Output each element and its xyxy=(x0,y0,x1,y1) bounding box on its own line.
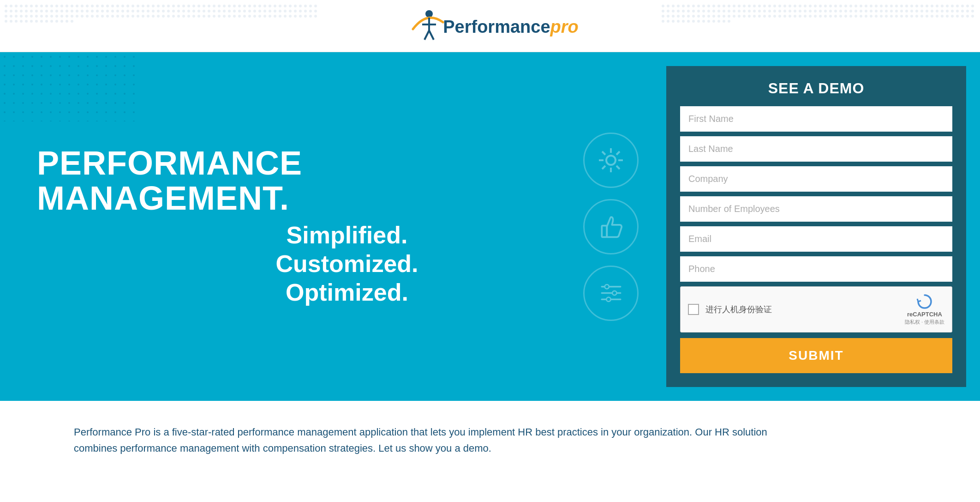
last-name-field xyxy=(680,136,952,162)
logo-brand2: pro xyxy=(550,17,579,36)
hero-title-line2: MANAGEMENT. xyxy=(37,180,289,217)
svg-point-21 xyxy=(612,291,616,295)
form-title: SEE A DEMO xyxy=(680,80,952,97)
header: // generate dots inline Performancepro xyxy=(0,0,980,52)
captcha-right: reCAPTCHA 隐私权 · 使用条款 xyxy=(905,293,944,326)
logo: Performancepro xyxy=(401,8,579,45)
recaptcha-icon xyxy=(916,293,933,310)
company-input[interactable] xyxy=(680,166,952,192)
description-text: Performance Pro is a five-star-rated per… xyxy=(74,424,812,456)
header-dots-right xyxy=(657,0,980,52)
svg-line-12 xyxy=(602,151,605,155)
last-name-input[interactable] xyxy=(680,136,952,162)
company-field xyxy=(680,166,952,192)
phone-field xyxy=(680,256,952,282)
logo-brand: Performance xyxy=(443,17,550,36)
logo-text: Performancepro xyxy=(443,18,579,36)
email-field xyxy=(680,226,952,252)
hero-icon-group xyxy=(583,133,639,321)
first-name-field xyxy=(680,106,952,132)
hero-subtitle-line3: Optimized. xyxy=(46,278,648,307)
description-section: Performance Pro is a five-star-rated per… xyxy=(0,401,980,484)
svg-rect-16 xyxy=(602,226,607,237)
captcha-checkbox[interactable] xyxy=(688,304,699,315)
submit-button[interactable]: SUBMIT xyxy=(680,338,952,373)
employees-field xyxy=(680,196,952,222)
svg-point-20 xyxy=(604,284,609,289)
demo-form: SEE A DEMO 进行人机身 xyxy=(666,66,966,387)
hero-title-line1: PERFORMANCE xyxy=(37,145,302,181)
svg-point-7 xyxy=(606,156,615,165)
hero-subtitle-line2: Customized. xyxy=(46,249,648,278)
logo-figure-icon xyxy=(401,8,448,45)
hero-subtitle: Simplified. Customized. Optimized. xyxy=(37,221,648,307)
header-dots-left: // generate dots inline xyxy=(0,0,323,52)
gear-icon xyxy=(583,133,639,188)
sliders-icon xyxy=(583,266,639,321)
email-input[interactable] xyxy=(680,226,952,252)
hero-right: SEE A DEMO 进行人机身 xyxy=(666,52,980,401)
svg-line-4 xyxy=(429,30,434,40)
hero-subtitle-line1: Simplified. xyxy=(46,221,648,249)
phone-input[interactable] xyxy=(680,256,952,282)
thumbsup-icon xyxy=(583,199,639,254)
first-name-input[interactable] xyxy=(680,106,952,132)
captcha-label: 进行人机身份验证 xyxy=(705,304,772,315)
svg-line-15 xyxy=(602,166,605,169)
captcha-container[interactable]: 进行人机身份验证 reCAPTCHA 隐私权 · 使用条款 xyxy=(680,286,952,333)
hero-left: PERFORMANCE MANAGEMENT. Simplified. Cust… xyxy=(0,52,666,401)
svg-line-14 xyxy=(616,151,620,155)
svg-line-13 xyxy=(616,166,620,169)
hero-title: PERFORMANCE MANAGEMENT. xyxy=(37,146,648,216)
recaptcha-text: reCAPTCHA xyxy=(907,311,942,318)
svg-point-0 xyxy=(425,10,433,18)
employees-input[interactable] xyxy=(680,196,952,222)
svg-line-3 xyxy=(424,30,429,40)
svg-point-22 xyxy=(606,297,610,302)
recaptcha-subtext: 隐私权 · 使用条款 xyxy=(905,319,944,326)
hero-section: PERFORMANCE MANAGEMENT. Simplified. Cust… xyxy=(0,52,980,401)
captcha-left: 进行人机身份验证 xyxy=(688,304,772,315)
